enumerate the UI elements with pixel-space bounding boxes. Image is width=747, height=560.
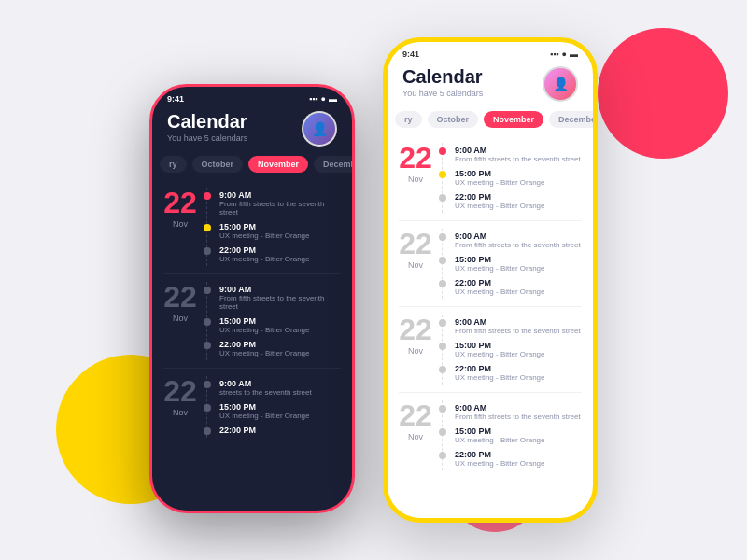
event-item: 9:00 AM streets to the seventh street bbox=[215, 376, 341, 399]
event-dot-grey bbox=[204, 318, 211, 326]
tab-october-dark[interactable]: October bbox=[192, 156, 244, 173]
event-dot-grey bbox=[204, 247, 211, 255]
event-dot-grey bbox=[204, 427, 211, 435]
tab-december-dark[interactable]: December bbox=[314, 156, 352, 173]
event-time: 15:00 PM bbox=[219, 316, 309, 326]
event-desc: From fifth streets to the seventh street bbox=[455, 241, 581, 249]
day-label-1-dark: Nov bbox=[163, 219, 197, 229]
event-time: 15:00 PM bbox=[455, 169, 544, 178]
event-item: 15:00 PM UX meeting - Bitter Orange bbox=[450, 166, 582, 189]
event-item: 9:00 AM From fifth streets to the sevent… bbox=[450, 315, 582, 338]
day-number-2-dark: 22 bbox=[163, 282, 197, 312]
event-time: 9:00 AM bbox=[455, 317, 581, 327]
day-label-2-light: Nov bbox=[399, 260, 432, 270]
event-info: 15:00 PM UX meeting - Bitter Orange bbox=[455, 169, 544, 187]
avatar-image-dark: 👤 bbox=[303, 113, 335, 145]
tab-december-light[interactable]: December bbox=[549, 111, 593, 128]
event-info: 22:00 PM UX meeting - Bitter Orange bbox=[455, 278, 544, 296]
event-info: 15:00 PM UX meeting - Bitter Orange bbox=[219, 316, 309, 334]
event-item: 9:00 AM From fifth streets to the sevent… bbox=[215, 188, 341, 219]
event-time: 9:00 AM bbox=[219, 285, 341, 294]
day-section-2-light: 22 Nov 9:00 AM From fifth streets to the… bbox=[388, 223, 593, 304]
signal-icon-light: ▪▪▪ bbox=[550, 49, 559, 59]
event-dot-grey bbox=[439, 233, 446, 241]
tab-january-dark[interactable]: ry bbox=[160, 156, 187, 173]
status-icons-dark: ▪▪▪ ● ▬ bbox=[309, 94, 337, 104]
event-desc: UX meeting - Bitter Orange bbox=[455, 202, 544, 210]
tab-october-light[interactable]: October bbox=[428, 111, 479, 128]
event-info: 9:00 AM From fifth streets to the sevent… bbox=[455, 403, 581, 421]
tab-november-dark[interactable]: November bbox=[248, 156, 308, 173]
divider-light-3 bbox=[399, 392, 582, 393]
day-label-2-dark: Nov bbox=[163, 314, 197, 323]
day-label-3-light: Nov bbox=[399, 346, 432, 356]
event-desc: UX meeting - Bitter Orange bbox=[455, 459, 544, 468]
event-desc: From fifth streets to the seventh street bbox=[219, 200, 341, 217]
event-info: 22:00 PM UX meeting - Bitter Orange bbox=[455, 364, 544, 382]
event-dot-grey bbox=[204, 381, 211, 388]
day-number-block-4-light: 22 Nov bbox=[399, 400, 432, 470]
event-time: 22:00 PM bbox=[219, 245, 309, 255]
divider-dark bbox=[163, 273, 341, 274]
event-desc: streets to the seventh street bbox=[219, 388, 312, 397]
event-info: 9:00 AM From fifth streets to the sevent… bbox=[455, 317, 581, 335]
avatar-light[interactable]: 👤 bbox=[543, 66, 578, 102]
event-time: 15:00 PM bbox=[219, 402, 309, 412]
day-number-4-light: 22 bbox=[399, 400, 432, 430]
phone-light: 9:41 ▪▪▪ ● ▬ Calendar You have 5 calenda… bbox=[383, 37, 598, 523]
day-number-block-3-dark: 22 Nov bbox=[163, 376, 197, 438]
event-dot-grey bbox=[439, 194, 446, 202]
event-desc: UX meeting - Bitter Orange bbox=[219, 349, 309, 357]
day-number-3-dark: 22 bbox=[163, 376, 197, 406]
event-item: 9:00 AM From fifth streets to the sevent… bbox=[215, 282, 341, 314]
event-info: 22:00 PM UX meeting - Bitter Orange bbox=[455, 450, 544, 468]
page-title-light: Calendar bbox=[402, 66, 483, 87]
event-info: 15:00 PM UX meeting - Bitter Orange bbox=[455, 427, 544, 444]
event-desc: UX meeting - Bitter Orange bbox=[455, 350, 544, 358]
event-info: 9:00 AM From fifth streets to the sevent… bbox=[219, 190, 341, 217]
event-desc: UX meeting - Bitter Orange bbox=[455, 264, 544, 273]
event-item: 9:00 AM From fifth streets to the sevent… bbox=[450, 400, 582, 424]
day-number-1-light: 22 bbox=[399, 143, 432, 173]
event-time: 15:00 PM bbox=[455, 255, 544, 264]
status-icons-light: ▪▪▪ ● ▬ bbox=[550, 49, 578, 59]
events-list-4-light: 9:00 AM From fifth streets to the sevent… bbox=[442, 400, 582, 470]
notch-light bbox=[453, 42, 528, 63]
day-number-block-2-light: 22 Nov bbox=[399, 229, 432, 299]
calendar-content-dark: 22 Nov 9:00 AM From fifth streets to the… bbox=[152, 176, 352, 497]
event-item: 15:00 PM UX meeting - Bitter Orange bbox=[450, 424, 582, 447]
event-desc: From fifth streets to the seventh street bbox=[219, 294, 341, 311]
events-list-3-dark: 9:00 AM streets to the seventh street 15… bbox=[206, 376, 341, 438]
event-time: 22:00 PM bbox=[455, 364, 544, 373]
events-list-2-light: 9:00 AM From fifth streets to the sevent… bbox=[442, 229, 582, 299]
event-item: 15:00 PM UX meeting - Bitter Orange bbox=[215, 219, 341, 243]
notch-dark bbox=[215, 87, 289, 107]
day-section-3-light: 22 Nov 9:00 AM From fifth streets to the… bbox=[388, 309, 593, 390]
event-item: 9:00 AM From fifth streets to the sevent… bbox=[450, 229, 582, 252]
divider-dark-2 bbox=[163, 368, 341, 369]
event-time: 9:00 AM bbox=[219, 379, 312, 388]
event-desc: UX meeting - Bitter Orange bbox=[219, 231, 309, 240]
tab-january-light[interactable]: ry bbox=[395, 111, 422, 128]
phone-dark: 9:41 ▪▪▪ ● ▬ Calendar You have 5 calenda… bbox=[149, 84, 355, 513]
tab-november-light[interactable]: November bbox=[484, 111, 543, 128]
wifi-icon: ● bbox=[321, 94, 326, 104]
event-desc: UX meeting - Bitter Orange bbox=[219, 412, 309, 420]
avatar-dark[interactable]: 👤 bbox=[302, 111, 337, 147]
event-dot-red bbox=[204, 192, 211, 200]
month-tabs-dark: ry October November December Ja bbox=[152, 152, 352, 176]
event-info: 9:00 AM From fifth streets to the sevent… bbox=[455, 231, 581, 249]
event-info: 15:00 PM UX meeting - Bitter Orange bbox=[219, 222, 309, 240]
event-info: 22:00 PM UX meeting - Bitter Orange bbox=[219, 340, 309, 357]
event-dot-grey bbox=[439, 257, 446, 264]
event-item: 9:00 AM From fifth streets to the sevent… bbox=[450, 143, 582, 166]
event-dot-grey bbox=[439, 452, 446, 459]
page-title-dark: Calendar bbox=[167, 111, 247, 132]
event-dot-grey bbox=[204, 404, 211, 412]
event-item: 22:00 PM UX meeting - Bitter Orange bbox=[450, 447, 582, 470]
event-dot-grey bbox=[439, 280, 446, 287]
event-desc: From fifth streets to the seventh street bbox=[455, 155, 581, 163]
day-number-1-dark: 22 bbox=[163, 188, 197, 217]
event-desc: UX meeting - Bitter Orange bbox=[455, 373, 544, 382]
event-time: 9:00 AM bbox=[455, 146, 581, 155]
